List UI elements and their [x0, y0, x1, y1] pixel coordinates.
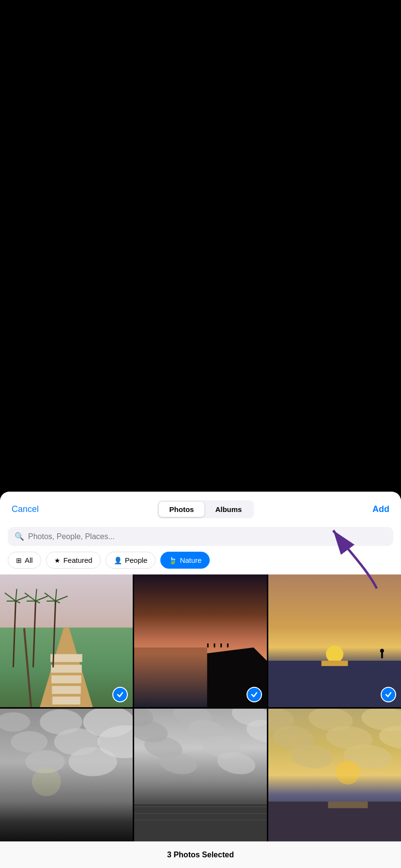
select-badge-2: [247, 687, 262, 702]
cancel-button[interactable]: Cancel: [12, 504, 39, 514]
leaf-icon: 🍃: [169, 557, 177, 564]
select-badge-3: [381, 687, 396, 702]
photos-segment-button[interactable]: Photos: [159, 502, 205, 517]
photo-cell-2[interactable]: [134, 574, 267, 707]
person-icon: 👤: [114, 557, 122, 564]
filter-nature-label: Nature: [180, 556, 201, 564]
photo-canvas-2: [134, 574, 267, 707]
checkmark-icon-1: [116, 691, 124, 698]
search-icon: 🔍: [15, 532, 24, 541]
photo-cell-3[interactable]: [268, 574, 401, 707]
grid-icon: ⊞: [16, 557, 22, 564]
photo-canvas-4: [0, 709, 133, 841]
segment-control: Photos Albums: [157, 500, 254, 518]
filter-all-label: All: [25, 556, 33, 564]
search-bar[interactable]: 🔍: [8, 527, 393, 546]
photo-canvas-6: [268, 709, 401, 841]
photo-cell-1[interactable]: [0, 574, 133, 707]
select-badge-1: [112, 687, 128, 702]
albums-segment-button[interactable]: Albums: [204, 502, 252, 517]
photo-cell-6[interactable]: [268, 709, 401, 841]
status-text: 3 Photos Selected: [167, 851, 234, 859]
photo-cell-4[interactable]: [0, 709, 133, 841]
search-input[interactable]: [28, 532, 386, 541]
filter-chip-nature[interactable]: 🍃 Nature: [160, 552, 210, 569]
photo-canvas-1: [0, 574, 133, 707]
checkmark-icon-3: [385, 691, 392, 698]
star-icon: ★: [54, 557, 61, 564]
filter-chip-people[interactable]: 👤 People: [106, 552, 156, 569]
bottom-status: 3 Photos Selected: [0, 841, 401, 868]
checkmark-icon-2: [250, 691, 258, 698]
filter-row: ⊞ All ★ Featured 👤 People 🍃 Nature: [0, 552, 401, 574]
filter-chip-all[interactable]: ⊞ All: [8, 552, 41, 569]
photo-canvas-3: [268, 574, 401, 707]
top-bar: Cancel Photos Albums Add: [0, 492, 401, 523]
photo-grid: [0, 574, 401, 841]
photo-canvas-5: [134, 709, 267, 841]
photo-picker-modal: Cancel Photos Albums Add 🔍 ⊞ All ★ Featu…: [0, 492, 401, 868]
photo-cell-5[interactable]: [134, 709, 267, 841]
filter-people-label: People: [125, 556, 148, 564]
add-button[interactable]: Add: [372, 504, 389, 514]
filter-featured-label: Featured: [63, 556, 93, 564]
filter-chip-featured[interactable]: ★ Featured: [46, 552, 101, 569]
